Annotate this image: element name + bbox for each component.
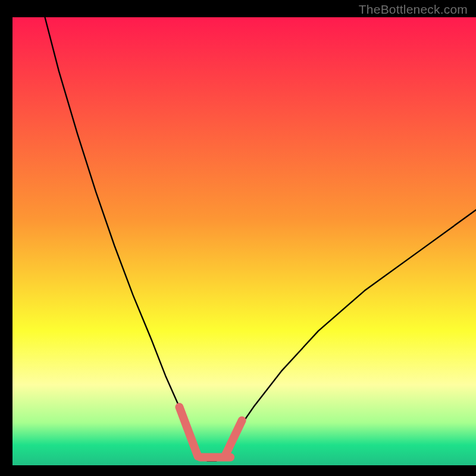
chart-background [12,17,476,465]
watermark-text: TheBottleneck.com [359,2,468,17]
bottleneck-chart [0,0,476,476]
